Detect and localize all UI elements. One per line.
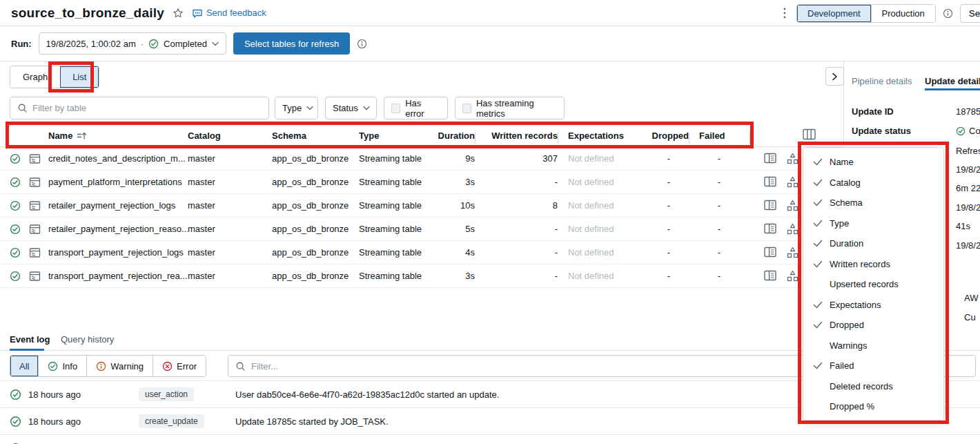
columns-menu-item[interactable]: Failed xyxy=(803,356,943,376)
row-status-success-icon xyxy=(10,271,29,282)
table-details-icon[interactable] xyxy=(764,153,776,165)
lineage-icon[interactable] xyxy=(787,176,799,189)
has-streaming-checkbox[interactable] xyxy=(462,104,471,113)
table-name-link[interactable]: transport_payment_rejection_rea... xyxy=(48,271,188,281)
columns-menu-item[interactable]: Duration xyxy=(803,233,943,254)
tab-pipeline-details[interactable]: Pipeline details xyxy=(852,76,912,86)
table-search-box[interactable] xyxy=(10,97,269,119)
table-details-icon[interactable] xyxy=(764,270,776,282)
table-row[interactable]: transport_payment_rejection_rea... maste… xyxy=(0,264,843,288)
columns-menu-item[interactable]: Written records xyxy=(803,254,943,275)
lineage-icon[interactable] xyxy=(787,153,799,165)
table-search-input[interactable] xyxy=(32,103,262,113)
filter-error-button[interactable]: Error xyxy=(153,356,206,376)
env-info-icon[interactable] xyxy=(943,8,953,19)
kebab-menu-icon[interactable] xyxy=(780,3,790,23)
has-error-checkbox[interactable] xyxy=(391,104,400,113)
production-button[interactable]: Production xyxy=(871,5,935,22)
column-header-written-records[interactable]: Written records xyxy=(475,131,558,141)
has-streaming-filter[interactable]: Has streaming metrics xyxy=(455,97,565,119)
streaming-table-icon xyxy=(29,177,48,188)
run-bar: Run: 19/8/2025, 1:00:02 am · Completed S… xyxy=(0,26,980,61)
columns-menu-item[interactable]: Type xyxy=(803,213,943,234)
tab-event-log[interactable]: Event log xyxy=(10,334,50,345)
run-selector[interactable]: 19/8/2025, 1:00:02 am · Completed xyxy=(39,32,226,55)
table-details-icon[interactable] xyxy=(764,223,776,235)
duration-cell: 9s xyxy=(436,153,475,164)
table-name-link[interactable]: credit_notes_and_description_m... xyxy=(48,153,186,164)
streaming-table-icon xyxy=(29,153,48,164)
dropped-cell: - xyxy=(649,247,689,258)
table-row[interactable]: payment_platform_interpretations master … xyxy=(0,171,843,194)
duration-cell: 4s xyxy=(436,247,475,258)
duration-cell: 3s xyxy=(436,177,475,187)
table-details-icon[interactable] xyxy=(764,200,776,212)
columns-menu-item[interactable]: Schema xyxy=(803,193,943,213)
lineage-icon[interactable] xyxy=(787,200,799,212)
column-header-schema[interactable]: Schema xyxy=(272,131,359,141)
column-settings-icon[interactable] xyxy=(803,128,816,140)
event-time: 18 hours ago xyxy=(28,389,139,400)
send-feedback-link[interactable]: Send feedback xyxy=(192,8,266,19)
panel-collapse-button[interactable] xyxy=(825,67,844,86)
column-header-name[interactable]: Name xyxy=(48,131,188,141)
table-details-icon[interactable] xyxy=(764,247,776,259)
checkmark-icon xyxy=(813,220,823,227)
type-filter-dropdown[interactable]: Type xyxy=(275,97,318,119)
run-info-icon[interactable] xyxy=(357,39,367,49)
columns-menu-item[interactable]: Dropped xyxy=(803,315,943,336)
development-button[interactable]: Development xyxy=(797,5,871,22)
schema-cell: app_os_db_bronze xyxy=(272,271,359,281)
table-name-link[interactable]: retailer_payment_rejection_logs xyxy=(48,200,175,211)
event-row[interactable] xyxy=(0,435,980,444)
columns-menu-item[interactable]: Expectations xyxy=(803,295,943,316)
columns-menu-item[interactable]: Name xyxy=(803,152,943,173)
status-filter-label: Status xyxy=(333,103,358,113)
table-row[interactable]: retailer_payment_rejection_reaso... mast… xyxy=(0,218,843,241)
lineage-icon[interactable] xyxy=(787,270,799,282)
dropped-cell: - xyxy=(649,271,689,281)
written-records-cell: - xyxy=(475,177,558,187)
feedback-bubble-icon xyxy=(192,8,203,19)
select-tables-refresh-button[interactable]: Select tables for refresh xyxy=(233,32,350,55)
columns-menu-item[interactable]: Deleted records xyxy=(803,376,943,397)
column-header-duration[interactable]: Duration xyxy=(436,131,475,141)
table-name-link[interactable]: transport_payment_rejection_logs xyxy=(48,247,184,258)
table-name-link[interactable]: retailer_payment_rejection_reaso... xyxy=(48,224,188,234)
filter-all-button[interactable]: All xyxy=(10,356,38,376)
table-row[interactable]: credit_notes_and_description_m... master… xyxy=(0,147,843,171)
event-success-icon xyxy=(10,389,21,400)
tab-query-history[interactable]: Query history xyxy=(61,334,114,345)
event-success-icon xyxy=(10,416,21,427)
tab-list[interactable]: List xyxy=(60,66,99,88)
favorite-star-icon[interactable] xyxy=(173,8,184,19)
table-row[interactable]: transport_payment_rejection_logs master … xyxy=(0,241,843,264)
catalog-cell: master xyxy=(188,271,272,281)
table-name-link[interactable]: payment_platform_interpretations xyxy=(48,177,182,187)
tab-graph[interactable]: Graph xyxy=(10,66,60,88)
lineage-icon[interactable] xyxy=(787,223,799,235)
column-header-failed[interactable]: Failed xyxy=(689,131,749,141)
filter-info-button[interactable]: Info xyxy=(38,356,86,376)
columns-menu-item[interactable]: Warnings xyxy=(803,336,943,356)
sort-icon[interactable] xyxy=(77,131,87,140)
columns-menu-item[interactable]: Dropped % xyxy=(803,396,943,417)
column-header-catalog[interactable]: Catalog xyxy=(188,131,272,141)
column-header-expectations[interactable]: Expectations xyxy=(558,131,649,141)
table-row[interactable]: retailer_payment_rejection_logs master a… xyxy=(0,194,843,218)
lineage-icon[interactable] xyxy=(787,247,799,259)
tab-update-details[interactable]: Update details xyxy=(925,76,980,86)
status-filter-dropdown[interactable]: Status xyxy=(325,97,377,119)
column-header-dropped[interactable]: Dropped xyxy=(649,131,689,141)
run-status-label: Completed xyxy=(164,39,207,49)
event-message: Update 18785c started by JOB_TASK. xyxy=(235,416,389,427)
filter-warning-button[interactable]: Warning xyxy=(86,356,153,376)
update-status-value: Completed xyxy=(956,126,980,136)
table-details-icon[interactable] xyxy=(764,176,776,189)
columns-menu-item[interactable]: Catalog xyxy=(803,173,943,193)
columns-menu-item[interactable]: Upserted records xyxy=(803,274,943,295)
has-error-filter[interactable]: Has error xyxy=(384,97,448,119)
settings-button[interactable]: Settings xyxy=(960,4,980,23)
column-header-type[interactable]: Type xyxy=(359,131,436,141)
table-header: Name Catalog Schema Type Duration Writte… xyxy=(0,124,843,147)
